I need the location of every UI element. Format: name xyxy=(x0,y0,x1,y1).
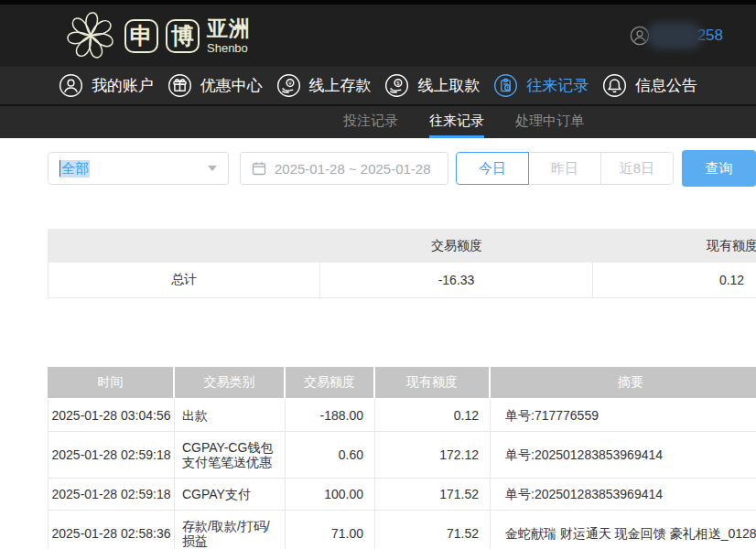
table-cell: 总计 xyxy=(48,263,320,298)
table-cell: 100.00 xyxy=(286,479,375,511)
records-table-body: 2025-01-28 03:04:56出款-188.000.12单号:71777… xyxy=(48,400,756,549)
chevron-down-icon xyxy=(208,166,217,171)
flower-logo-icon xyxy=(64,9,117,62)
calendar-icon xyxy=(252,161,266,176)
summary-table-body: 总计-16.330.12 xyxy=(48,263,756,298)
table-cell: 2025-01-28 03:04:56 xyxy=(48,400,175,432)
type-select-value: 全部 xyxy=(60,160,90,178)
table-cell: 71.00 xyxy=(286,511,375,549)
last-8-days-button[interactable]: 近8日 xyxy=(600,152,674,185)
sub-nav: 投注记录 往来记录 处理中订单 xyxy=(0,104,756,138)
table-cell: 172.12 xyxy=(375,432,491,479)
brand-logo[interactable]: 申 博 亚洲 Shenbo xyxy=(64,9,251,62)
nav-item-deposit[interactable]: ¥ 线上存款 xyxy=(276,73,372,98)
search-button[interactable]: 查询 xyxy=(682,150,756,187)
records-table: 时间 交易类别 交易额度 现有额度 摘要 2025-01-28 03:04:56… xyxy=(48,367,756,549)
type-select[interactable]: 全部 xyxy=(48,152,229,185)
summary-col-transaction-amount: 交易额度 xyxy=(320,229,593,263)
table-cell: 0.60 xyxy=(286,432,375,479)
summary-col-current-balance: 现有额度 xyxy=(593,229,756,263)
deposit-icon: ¥ xyxy=(276,73,301,98)
table-cell: 171.52 xyxy=(375,479,491,511)
table-row: 2025-01-28 02:58:36存款/取款/打码/损益71.0071.52… xyxy=(48,511,756,549)
svg-text:¥: ¥ xyxy=(288,81,292,86)
nav-label: 线上存款 xyxy=(309,75,372,96)
table-cell: 出款 xyxy=(175,400,286,432)
nav-item-my-account[interactable]: 我的账户 xyxy=(59,73,154,98)
records-col-transaction-amount: 交易额度 xyxy=(286,367,375,400)
table-cell: -16.33 xyxy=(320,263,593,298)
table-cell: 存款/取款/打码/损益 xyxy=(175,511,286,549)
withdraw-icon: $ xyxy=(384,73,409,98)
table-row: 总计-16.330.12 xyxy=(48,263,756,298)
nav-item-transaction-records[interactable]: 往来记录 xyxy=(493,73,589,98)
table-row: 2025-01-28 02:59:18CGPAY-CG钱包支付笔笔送优惠0.60… xyxy=(48,432,756,479)
table-cell: 2025-01-28 02:58:36 xyxy=(48,511,175,549)
records-col-time: 时间 xyxy=(48,367,175,400)
summary-table: 交易额度 现有额度 总计-16.330.12 xyxy=(48,229,756,298)
nav-label: 信息公告 xyxy=(635,75,697,96)
table-row: 2025-01-28 03:04:56出款-188.000.12单号:71777… xyxy=(48,400,756,432)
nav-item-promotions[interactable]: 优惠中心 xyxy=(167,73,263,98)
logo-wordmark: 亚洲 Shenbo xyxy=(207,18,251,54)
summary-table-header: 交易额度 现有额度 xyxy=(48,229,756,263)
filter-bar: 全部 2025-01-28 ~ 2025-01-28 今日 昨日 近8日 查询 xyxy=(48,150,756,187)
records-col-type: 交易类别 xyxy=(175,367,286,400)
table-cell: 2025-01-28 02:59:18 xyxy=(48,479,175,511)
records-table-header: 时间 交易类别 交易额度 现有额度 摘要 xyxy=(48,367,756,400)
date-range-value: 2025-01-28 ~ 2025-01-28 xyxy=(275,161,431,177)
logo-region-text: 亚洲 xyxy=(207,18,251,39)
quick-range-group: 今日 昨日 近8日 xyxy=(456,152,674,185)
records-col-summary: 摘要 xyxy=(491,367,756,400)
table-cell: 71.52 xyxy=(375,511,491,549)
masked-username xyxy=(646,22,703,49)
gift-icon xyxy=(167,73,192,98)
main-nav: 我的账户 优惠中心 ¥ 线上存款 $ 线上取款 xyxy=(0,67,756,104)
logo-english-text: Shenbo xyxy=(207,42,251,54)
logo-char-box: 博 xyxy=(166,19,200,53)
top-header: 申 博 亚洲 Shenbo 258 xyxy=(0,0,756,67)
records-col-current-balance: 现有额度 xyxy=(375,367,491,400)
table-cell: 单号:202501283853969414 xyxy=(491,479,756,511)
table-cell: CGPAY支付 xyxy=(175,479,286,511)
table-cell: CGPAY-CG钱包支付笔笔送优惠 xyxy=(175,432,286,479)
date-range-input[interactable]: 2025-01-28 ~ 2025-01-28 xyxy=(240,152,448,185)
nav-item-announcements[interactable]: 信息公告 xyxy=(602,73,697,98)
account-info[interactable]: 258 xyxy=(630,22,723,49)
nav-label: 往来记录 xyxy=(526,75,589,96)
user-icon xyxy=(59,73,83,98)
table-row: 2025-01-28 02:59:18CGPAY支付100.00171.52单号… xyxy=(48,479,756,511)
table-cell: 0.12 xyxy=(375,400,491,432)
tab-pending-orders[interactable]: 处理中订单 xyxy=(515,106,584,138)
tab-betting-records[interactable]: 投注记录 xyxy=(343,106,398,138)
logo-char-box: 申 xyxy=(124,19,158,53)
table-cell: 0.12 xyxy=(593,263,756,298)
summary-col-blank xyxy=(48,229,320,263)
tab-transaction-records[interactable]: 往来记录 xyxy=(429,106,484,138)
nav-item-withdraw[interactable]: $ 线上取款 xyxy=(384,73,480,98)
today-button[interactable]: 今日 xyxy=(456,152,529,185)
nav-label: 我的账户 xyxy=(92,75,154,96)
table-cell: 金蛇献瑞 财运通天 现金回馈 豪礼相送_0128 xyxy=(491,511,756,549)
table-cell: 单号:717776559 xyxy=(491,400,756,432)
records-icon xyxy=(493,73,518,98)
table-cell: 2025-01-28 02:59:18 xyxy=(48,432,175,479)
svg-text:$: $ xyxy=(397,81,401,86)
table-cell: -188.00 xyxy=(286,400,375,432)
bell-icon xyxy=(602,73,627,98)
table-cell: 单号:202501283853969414 xyxy=(491,432,756,479)
nav-label: 线上取款 xyxy=(417,75,480,96)
yesterday-button[interactable]: 昨日 xyxy=(528,152,601,185)
nav-label: 优惠中心 xyxy=(200,75,263,96)
